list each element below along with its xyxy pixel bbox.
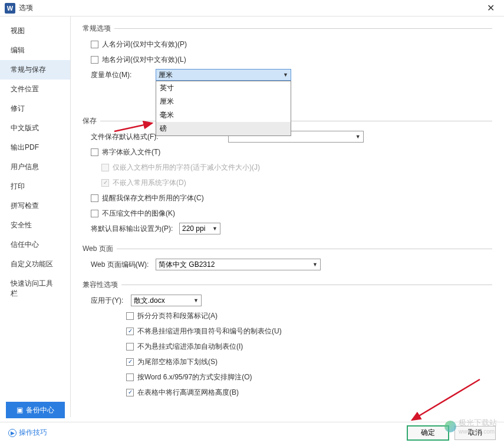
- default-output-label: 将默认目标输出设置为(P):: [91, 224, 173, 234]
- default-output-value: 220 ppi: [182, 224, 205, 233]
- title-bar: W 选项 ✕: [0, 0, 504, 16]
- web-encoding-dropdown[interactable]: 简体中文 GB2312 ▼: [156, 259, 321, 270]
- checkbox-icon[interactable]: [91, 56, 98, 64]
- app-icon: W: [5, 3, 15, 14]
- chevron-down-icon: ▼: [355, 134, 361, 140]
- web-encoding-label: Web 页面编码(W):: [91, 260, 150, 270]
- checkbox-icon[interactable]: [126, 389, 134, 396]
- sidebar-item-security[interactable]: 安全性: [0, 216, 70, 235]
- unit-option-pt[interactable]: 磅: [156, 122, 291, 135]
- option-embed-fonts[interactable]: 将字体嵌入文件(T): [91, 146, 492, 158]
- checkbox-icon[interactable]: [91, 41, 98, 48]
- default-output-dropdown[interactable]: 220 ppi ▼: [179, 223, 220, 234]
- unit-dropdown-list: 英寸 厘米 毫米 磅: [156, 81, 291, 136]
- main-content: 视图 编辑 常规与保存 文件位置 修订 中文版式 输出PDF 用户信息 打印 拼…: [0, 16, 504, 417]
- option-no-compress-images[interactable]: 不压缩文件中的图像(K): [91, 207, 492, 219]
- divider: [121, 285, 492, 285]
- unit-selected-value: 厘米: [159, 70, 173, 80]
- cancel-button[interactable]: 取消: [454, 426, 496, 440]
- option-label: 人名分词(仅对中文有效)(P): [102, 39, 187, 49]
- unit-option-mm[interactable]: 毫米: [156, 108, 291, 122]
- sidebar-item-export-pdf[interactable]: 输出PDF: [0, 138, 70, 157]
- option-remind-fonts[interactable]: 提醒我保存文档中所用的字体(C): [91, 192, 492, 204]
- checkbox-icon[interactable]: [126, 343, 134, 351]
- checkbox-icon[interactable]: [126, 373, 134, 381]
- section-web: Web 页面 Web 页面编码(W): 简体中文 GB2312 ▼: [83, 244, 492, 270]
- option-label: 仅嵌入文档中所用的字符(适于减小文件大小)(J): [113, 163, 260, 173]
- unit-option-cm[interactable]: 厘米: [156, 95, 291, 108]
- row-web-encoding: Web 页面编码(W): 简体中文 GB2312 ▼: [91, 259, 492, 270]
- sidebar: 视图 编辑 常规与保存 文件位置 修订 中文版式 输出PDF 用户信息 打印 拼…: [0, 16, 71, 417]
- close-button[interactable]: ✕: [482, 2, 499, 14]
- sidebar-item-quick-access[interactable]: 快速访问工具栏: [0, 274, 70, 303]
- divider: [114, 28, 492, 29]
- option-label: 不嵌入常用系统字体(D): [113, 178, 186, 188]
- apply-to-dropdown[interactable]: 散文.docx ▼: [131, 295, 202, 306]
- section-header-compat: 兼容性选项: [83, 280, 492, 290]
- sidebar-item-view[interactable]: 视图: [0, 21, 70, 41]
- apply-to-label: 应用于(Y):: [91, 296, 125, 306]
- compat-opt-0[interactable]: 拆分分页符和段落标记(A): [126, 310, 492, 322]
- window-title: 选项: [19, 3, 482, 13]
- sidebar-item-general-save[interactable]: 常规与保存: [0, 60, 70, 80]
- chevron-down-icon: ▼: [212, 226, 218, 232]
- option-label: 不将悬挂缩进用作项目符号和编号的制表位(U): [137, 326, 282, 336]
- sidebar-item-cn-layout[interactable]: 中文版式: [0, 118, 70, 138]
- content-area: 常规选项 人名分词(仅对中文有效)(P) 地名分词(仅对中文有效)(L) 度量单…: [71, 16, 504, 417]
- checkbox-icon[interactable]: [91, 148, 98, 156]
- option-label: 拆分分页符和段落标记(A): [137, 311, 218, 321]
- option-label: 按Word 6.x/95/97的方式安排脚注(O): [137, 372, 252, 382]
- checkbox-icon[interactable]: [126, 358, 134, 366]
- section-title: 常规选项: [83, 24, 111, 34]
- sidebar-item-spellcheck[interactable]: 拼写检查: [0, 196, 70, 216]
- checkbox-icon[interactable]: [126, 328, 134, 335]
- option-place-name-split[interactable]: 地名分词(仅对中文有效)(L): [91, 54, 492, 65]
- sidebar-item-file-location[interactable]: 文件位置: [0, 80, 70, 99]
- sidebar-item-print[interactable]: 打印: [0, 177, 70, 196]
- chevron-down-icon: ▼: [283, 72, 288, 78]
- unit-label: 度量单位(M):: [91, 70, 150, 80]
- sidebar-item-edit[interactable]: 编辑: [0, 41, 70, 60]
- section-general: 常规选项 人名分词(仅对中文有效)(P) 地名分词(仅对中文有效)(L) 度量单…: [83, 24, 492, 81]
- option-person-name-split[interactable]: 人名分词(仅对中文有效)(P): [91, 38, 492, 50]
- unit-option-inch[interactable]: 英寸: [156, 81, 291, 95]
- option-label: 在表格中将行高调至网格高度(B): [137, 388, 239, 398]
- section-title: 保存: [83, 116, 97, 126]
- play-icon: ▶: [8, 429, 17, 437]
- row-measurement-unit: 度量单位(M): 厘米 ▼ 英寸 厘米 毫米 磅: [91, 69, 492, 81]
- ok-button[interactable]: 确定: [407, 426, 449, 440]
- checkbox-icon[interactable]: [91, 194, 98, 202]
- chevron-down-icon: ▼: [193, 297, 199, 303]
- row-apply-to: 应用于(Y): 散文.docx ▼: [91, 295, 492, 306]
- compat-opt-3[interactable]: 为尾部空格添加下划线(S): [126, 356, 492, 368]
- compat-opt-1[interactable]: 不将悬挂缩进用作项目符号和编号的制表位(U): [126, 325, 492, 337]
- compat-opt-5[interactable]: 在表格中将行高调至网格高度(B): [126, 386, 492, 398]
- option-label: 地名分词(仅对中文有效)(L): [102, 55, 186, 65]
- backup-center-button[interactable]: ▣ 备份中心: [6, 402, 65, 418]
- row-default-format: 文件保存默认格式(F): ▼: [91, 131, 492, 143]
- tips-link-label: 操作技巧: [19, 428, 47, 438]
- sidebar-item-customize-ribbon[interactable]: 自定义功能区: [0, 254, 70, 274]
- checkbox-icon[interactable]: [126, 312, 134, 320]
- option-no-embed-system: 不嵌入常用系统字体(D): [101, 177, 492, 189]
- option-label: 提醒我保存文档中所用的字体(C): [102, 193, 204, 203]
- unit-dropdown[interactable]: 厘米 ▼ 英寸 厘米 毫米 磅: [156, 69, 291, 81]
- row-default-output: 将默认目标输出设置为(P): 220 ppi ▼: [91, 223, 492, 234]
- web-encoding-value: 简体中文 GB2312: [159, 260, 215, 270]
- option-label: 为尾部空格添加下划线(S): [137, 357, 218, 367]
- section-title: Web 页面: [83, 244, 113, 254]
- option-label: 不为悬挂式缩进添加自动制表位(I): [137, 342, 243, 352]
- backup-icon: ▣: [17, 406, 23, 414]
- chevron-down-icon: ▼: [312, 262, 318, 267]
- section-header-web: Web 页面: [83, 244, 492, 254]
- divider: [117, 249, 492, 249]
- option-embed-only-used: 仅嵌入文档中所用的字符(适于减小文件大小)(J): [101, 161, 492, 173]
- sidebar-item-trust-center[interactable]: 信任中心: [0, 235, 70, 254]
- sidebar-item-revision[interactable]: 修订: [0, 99, 70, 118]
- tips-link[interactable]: ▶ 操作技巧: [8, 428, 47, 438]
- section-title: 兼容性选项: [83, 280, 118, 290]
- compat-opt-4[interactable]: 按Word 6.x/95/97的方式安排脚注(O): [126, 371, 492, 383]
- sidebar-item-user-info[interactable]: 用户信息: [0, 157, 70, 177]
- compat-opt-2[interactable]: 不为悬挂式缩进添加自动制表位(I): [126, 340, 492, 352]
- checkbox-icon[interactable]: [91, 210, 98, 217]
